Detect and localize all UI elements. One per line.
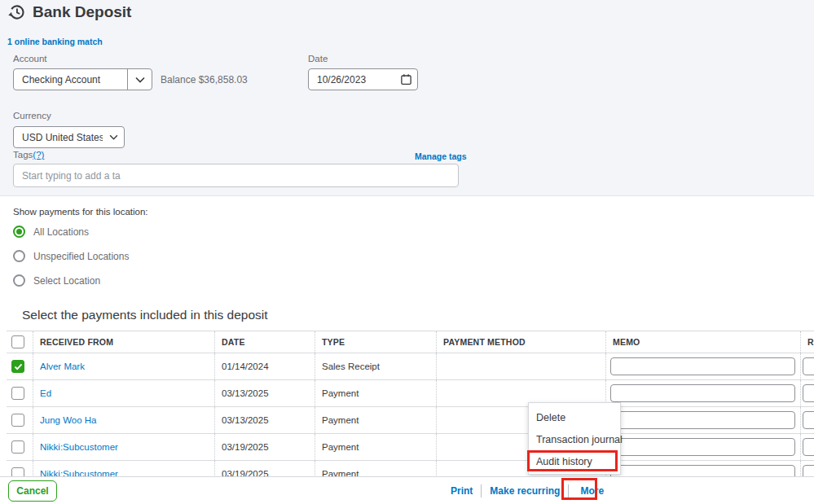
payment-date: 03/13/2025: [214, 380, 315, 406]
account-value: Checking Account: [14, 74, 127, 85]
memo-input[interactable]: [610, 411, 795, 429]
tags-input[interactable]: [13, 164, 459, 187]
radio-unspecified-locations[interactable]: Unspecified Locations: [13, 250, 129, 262]
table-row: Alver Mark 01/14/2024 Sales Receipt: [7, 353, 814, 380]
chevron-down-icon[interactable]: [127, 69, 152, 90]
radio-icon[interactable]: [13, 274, 25, 287]
account-dropdown[interactable]: Checking Account: [13, 68, 152, 90]
payment-method: [436, 353, 605, 379]
currency-dropdown[interactable]: USD United States D...: [13, 126, 125, 148]
row-checkbox[interactable]: [11, 387, 24, 400]
payment-type: Payment: [315, 434, 436, 460]
chevron-down-icon[interactable]: [103, 127, 124, 147]
memo-input[interactable]: [610, 438, 795, 456]
ref-input[interactable]: [803, 411, 814, 429]
select-all-checkbox[interactable]: [11, 335, 24, 348]
bank-deposit-page: Bank Deposit 1 online banking match Acco…: [0, 0, 814, 504]
tags-help-link[interactable]: (?): [33, 150, 44, 160]
table-header-row: RECEIVED FROM DATE TYPE PAYMENT METHOD M…: [7, 331, 814, 353]
customer-link[interactable]: Nikki:Subcustomer: [40, 469, 118, 476]
menu-item-audit-history[interactable]: Audit history: [529, 450, 620, 472]
currency-label: Currency: [13, 111, 51, 121]
col-ref[interactable]: REF: [800, 331, 814, 353]
col-payment-method[interactable]: PAYMENT METHOD: [436, 331, 605, 353]
payment-date: 03/19/2025: [214, 434, 315, 460]
radio-all-locations[interactable]: All Locations: [13, 226, 89, 238]
customer-link[interactable]: Jung Woo Ha: [40, 415, 96, 425]
memo-input[interactable]: [610, 357, 795, 375]
radio-icon[interactable]: [13, 250, 25, 262]
memo-input[interactable]: [610, 384, 795, 402]
more-link[interactable]: More: [580, 485, 604, 497]
payments-heading: Select the payments included in this dep…: [22, 308, 268, 322]
radio-icon[interactable]: [13, 226, 25, 238]
col-type[interactable]: TYPE: [315, 331, 436, 353]
customer-link[interactable]: Nikki:Subcustomer: [40, 442, 118, 452]
cancel-button[interactable]: Cancel: [8, 480, 57, 502]
menu-item-transaction-journal[interactable]: Transaction journal: [529, 428, 620, 450]
account-balance: Balance $36,858.03: [161, 74, 248, 85]
page-header: Bank Deposit: [7, 3, 131, 21]
row-checkbox[interactable]: [11, 414, 24, 427]
col-memo[interactable]: MEMO: [605, 331, 800, 353]
payment-date: 03/13/2025: [214, 407, 315, 433]
date-field[interactable]: 10/26/2023: [308, 68, 418, 90]
payments-table: RECEIVED FROM DATE TYPE PAYMENT METHOD M…: [7, 331, 814, 476]
payment-type: Payment: [315, 380, 436, 406]
ref-input[interactable]: [803, 465, 814, 476]
payment-date: 01/14/2024: [214, 353, 315, 379]
calendar-icon[interactable]: [394, 69, 417, 90]
payment-date: 03/19/2025: [214, 461, 315, 476]
date-label: Date: [308, 54, 328, 64]
account-label: Account: [13, 54, 47, 64]
payment-type: Sales Receipt: [315, 353, 436, 379]
manage-tags-link[interactable]: Manage tags: [415, 151, 467, 161]
col-date[interactable]: DATE: [214, 331, 315, 353]
row-checkbox[interactable]: [11, 467, 24, 476]
table-row: Nikki:Subcustomer 03/19/2025 Payment: [7, 461, 814, 476]
footer-bar: Cancel Print Make recurring More: [0, 476, 814, 504]
currency-value: USD United States D...: [14, 132, 103, 143]
make-recurring-link[interactable]: Make recurring: [490, 485, 560, 497]
print-link[interactable]: Print: [451, 485, 473, 497]
online-banking-match-link[interactable]: 1 online banking match: [7, 37, 103, 46]
menu-item-delete[interactable]: Delete: [529, 406, 620, 428]
memo-input[interactable]: [610, 465, 795, 476]
ref-input[interactable]: [803, 384, 814, 402]
footer-links: Print Make recurring More: [451, 477, 604, 504]
deposit-form-section: Bank Deposit 1 online banking match Acco…: [0, 0, 814, 196]
table-row: Jung Woo Ha 03/13/2025 Payment: [7, 407, 814, 434]
table-row: Nikki:Subcustomer 03/19/2025 Payment: [7, 434, 814, 461]
table-row: Ed 03/13/2025 Payment: [7, 380, 814, 407]
col-received-from[interactable]: RECEIVED FROM: [33, 331, 214, 353]
page-title: Bank Deposit: [33, 3, 131, 21]
history-clock-icon: [7, 3, 25, 21]
tags-label: Tags(?): [13, 150, 44, 160]
more-context-menu: Delete Transaction journal Audit history: [528, 402, 621, 475]
radio-select-location[interactable]: Select Location: [13, 274, 100, 287]
date-value: 10/26/2023: [309, 74, 394, 85]
ref-input[interactable]: [803, 357, 814, 375]
row-checkbox[interactable]: [11, 440, 24, 454]
payment-type: Payment: [315, 407, 436, 433]
radio-label: Unspecified Locations: [33, 251, 129, 262]
location-filter-label: Show payments for this location:: [13, 207, 148, 217]
radio-label: Select Location: [33, 275, 100, 287]
customer-link[interactable]: Ed: [40, 388, 51, 398]
payment-type: Payment: [315, 461, 436, 476]
divider: [568, 484, 569, 497]
ref-input[interactable]: [803, 438, 814, 456]
divider: [481, 484, 482, 497]
customer-link[interactable]: Alver Mark: [40, 362, 85, 371]
radio-label: All Locations: [33, 226, 89, 238]
row-checkbox[interactable]: [11, 360, 24, 373]
